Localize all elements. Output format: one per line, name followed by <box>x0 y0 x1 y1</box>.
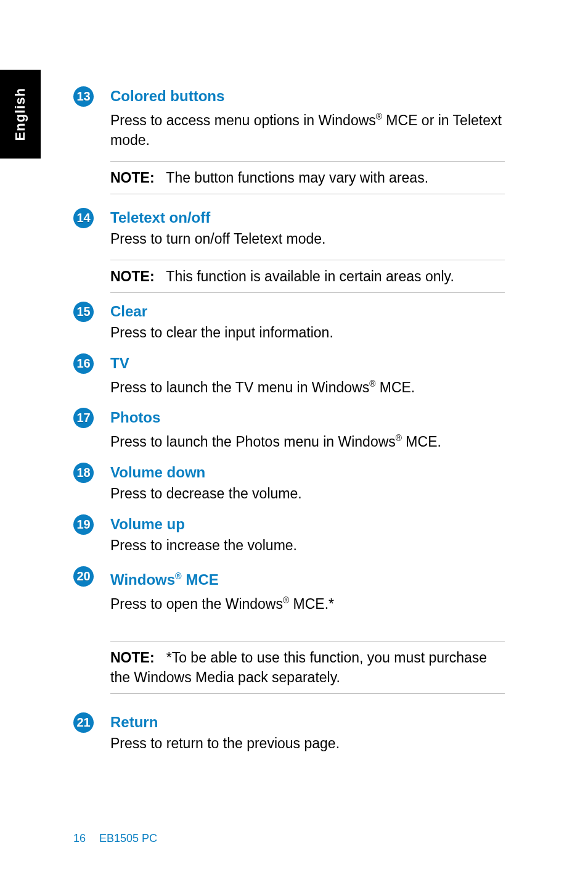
item-14: 14 Teletext on/off Press to turn on/off … <box>73 208 505 257</box>
model-name: EB1505 PC <box>99 832 157 844</box>
item-number-badge: 16 <box>73 353 94 374</box>
language-tab: English <box>0 70 41 159</box>
item-number-badge: 20 <box>73 566 94 587</box>
item-desc: Press to decrease the volume. <box>110 484 505 503</box>
item-title: Clear <box>110 302 505 321</box>
item-body: Volume down Press to decrease the volume… <box>110 463 505 512</box>
item-title: TV <box>110 353 505 373</box>
item-body: Colored buttons Press to access menu opt… <box>110 86 505 159</box>
item-19: 19 Volume up Press to increase the volum… <box>73 514 505 564</box>
page-content: 13 Colored buttons Press to access menu … <box>73 86 505 764</box>
page-footer: 16EB1505 PC <box>73 832 157 845</box>
item-number-badge: 21 <box>73 712 94 733</box>
item-number-badge: 17 <box>73 408 94 428</box>
note-label: NOTE: <box>110 650 155 666</box>
note-block: NOTE: This function is available in cert… <box>110 260 505 293</box>
item-number-badge: 18 <box>73 463 94 483</box>
item-desc: Press to launch the Photos menu in Windo… <box>110 429 505 452</box>
item-body: Teletext on/off Press to turn on/off Tel… <box>110 208 505 257</box>
item-desc: Press to access menu options in Windows®… <box>110 107 505 150</box>
item-body: Volume up Press to increase the volume. <box>110 514 505 564</box>
note-block: NOTE: *To be able to use this function, … <box>110 641 505 694</box>
note-text: The button functions may vary with areas… <box>166 170 428 186</box>
note-block: NOTE: The button functions may vary with… <box>110 161 505 194</box>
note-text: *To be able to use this function, you mu… <box>110 650 487 685</box>
item-desc: Press to clear the input information. <box>110 323 505 342</box>
item-20: 20 Windows® MCE Press to open the Window… <box>73 566 505 622</box>
item-number-badge: 15 <box>73 302 94 322</box>
item-desc: Press to return to the previous page. <box>110 733 505 753</box>
item-17: 17 Photos Press to launch the Photos men… <box>73 408 505 460</box>
item-desc: Press to turn on/off Teletext mode. <box>110 229 505 249</box>
page-number: 16 <box>73 832 86 844</box>
item-title: Return <box>110 712 505 732</box>
item-title: Teletext on/off <box>110 208 505 228</box>
note-label: NOTE: <box>110 268 155 284</box>
item-body: Clear Press to clear the input informati… <box>110 302 505 351</box>
note-text: This function is available in certain ar… <box>166 268 454 284</box>
item-18: 18 Volume down Press to decrease the vol… <box>73 463 505 512</box>
item-desc: Press to launch the TV menu in Windows® … <box>110 374 505 397</box>
item-title: Colored buttons <box>110 86 505 106</box>
item-number-badge: 13 <box>73 86 94 107</box>
item-15: 15 Clear Press to clear the input inform… <box>73 302 505 351</box>
item-title: Volume down <box>110 463 505 482</box>
item-body: Photos Press to launch the Photos menu i… <box>110 408 505 460</box>
item-number-badge: 19 <box>73 514 94 535</box>
item-body: TV Press to launch the TV menu in Window… <box>110 353 505 406</box>
note-label: NOTE: <box>110 170 155 186</box>
item-title: Windows® MCE <box>110 566 505 590</box>
item-desc: Press to open the Windows® MCE.* <box>110 591 505 614</box>
item-body: Windows® MCE Press to open the Windows® … <box>110 566 505 622</box>
item-title: Photos <box>110 408 505 427</box>
item-21: 21 Return Press to return to the previou… <box>73 712 505 762</box>
item-body: Return Press to return to the previous p… <box>110 712 505 762</box>
language-tab-label: English <box>12 88 28 141</box>
item-16: 16 TV Press to launch the TV menu in Win… <box>73 353 505 406</box>
item-desc: Press to increase the volume. <box>110 535 505 555</box>
item-number-badge: 14 <box>73 208 94 228</box>
item-13: 13 Colored buttons Press to access menu … <box>73 86 505 159</box>
item-title: Volume up <box>110 514 505 534</box>
